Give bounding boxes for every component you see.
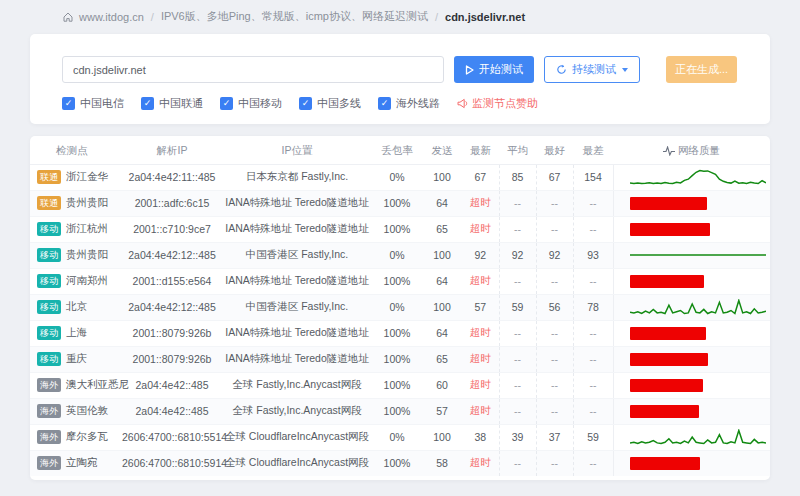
cell-resolved-ip: 2001::8079:926b [122,320,222,346]
cell-sent: 100 [422,294,462,320]
cell-avg: -- [499,450,536,476]
cell-loss: 100% [372,320,422,346]
carrier-badge: 海外 [37,378,61,392]
cell-worst: -- [573,190,613,216]
cell-quality [613,164,770,190]
line-checkbox-0[interactable]: 中国电信 [62,96,124,111]
breadcrumb: www.itdog.cn / IPV6版、多地Ping、常规版、icmp协议、网… [0,0,800,24]
cell-quality [613,190,770,216]
node-name: 浙江杭州 [66,222,108,234]
cell-ip-location: 全球 Fastly,Inc.Anycast网段 [222,398,372,424]
cell-node: 移动北京 [30,294,122,320]
table-row: 移动浙江杭州2001::c710:9ce7IANA特殊地址 Teredo隧道地址… [30,216,770,242]
checkbox-label: 中国移动 [238,96,282,111]
cell-resolved-ip: 2001::c710:9ce7 [122,216,222,242]
start-test-button[interactable]: 开始测试 [454,56,534,83]
cell-loss: 100% [372,346,422,372]
breadcrumb-current: cdn.jsdelivr.net [445,11,525,23]
node-name: 立陶宛 [66,456,98,468]
results-table: 检测点 解析IP IP位置 丢包率 发送 最新 平均 最好 最差 网络质量 联通… [30,139,770,476]
cell-node: 海外立陶宛 [30,450,122,476]
table-row: 海外英国伦敦2a04:4e42::485全球 Fastly,Inc.Anycas… [30,398,770,424]
carrier-badge: 联通 [37,196,61,210]
breadcrumb-path-link[interactable]: IPV6版、多地Ping、常规版、icmp协议、网络延迟测试 [161,9,428,24]
cell-avg: -- [499,346,536,372]
cell-resolved-ip: 2001::8079:926b [122,346,222,372]
carrier-badge: 移动 [37,300,61,314]
node-name: 北京 [66,300,87,312]
start-test-label: 开始测试 [479,62,523,77]
line-filter-row: 中国电信中国联通中国移动中国多线海外线路 监测节点赞助 [62,96,738,111]
col-header-ip-location: IP位置 [222,139,372,164]
breadcrumb-home-link[interactable]: www.itdog.cn [79,11,144,23]
cell-best: -- [536,398,573,424]
generating-button[interactable]: 正在生成... [666,56,737,83]
cell-sent: 60 [422,372,462,398]
cell-best: 37 [536,424,573,450]
cell-loss: 100% [372,372,422,398]
cell-best: -- [536,320,573,346]
cell-loss: 100% [372,450,422,476]
quality-timeout-bar [630,457,701,470]
cell-best: 67 [536,164,573,190]
col-header-loss: 丢包率 [372,139,422,164]
cell-avg: -- [499,216,536,242]
cell-best: -- [536,268,573,294]
chevron-down-icon [622,68,628,72]
quality-timeout-bar [630,197,708,210]
cell-loss: 100% [372,216,422,242]
cell-quality [613,216,770,242]
node-name: 重庆 [66,352,87,364]
carrier-badge: 移动 [37,352,61,366]
cell-ip-location: IANA特殊地址 Teredo隧道地址 [222,190,372,216]
quality-sparkline [630,429,766,445]
checkbox-checked-icon [62,97,75,110]
checkbox-checked-icon [141,97,154,110]
cell-best: 92 [536,242,573,268]
col-header-quality: 网络质量 [613,139,770,164]
cell-loss: 0% [372,242,422,268]
line-checkbox-4[interactable]: 海外线路 [378,96,440,111]
cell-best: -- [536,346,573,372]
line-checkbox-1[interactable]: 中国联通 [141,96,203,111]
table-row: 联通贵州贵阳2001::adfc:6c15IANA特殊地址 Teredo隧道地址… [30,190,770,216]
cell-node: 联通浙江金华 [30,164,122,190]
continuous-test-button[interactable]: 持续测试 [544,56,640,83]
quality-sparkline [630,169,766,185]
table-row: 移动河南郑州2001::d155:e564IANA特殊地址 Teredo隧道地址… [30,268,770,294]
cell-node: 联通贵州贵阳 [30,190,122,216]
search-card: 开始测试 持续测试 正在生成... 中国电信中国联通中国移动中国多线海外线路 监… [30,34,770,124]
host-input[interactable] [62,56,444,83]
table-row: 移动北京2a04:4e42:12::485中国香港区 Fastly,Inc.0%… [30,294,770,320]
cell-avg: 59 [499,294,536,320]
cell-best: -- [536,450,573,476]
quality-timeout-bar [630,275,705,288]
cell-loss: 100% [372,268,422,294]
table-row: 海外摩尔多瓦2606:4700::6810:5514全球 CloudflareI… [30,424,770,450]
cell-latest: 超时 [462,268,499,294]
carrier-badge: 移动 [37,274,61,288]
cell-node: 海外澳大利亚悉尼 [30,372,122,398]
line-checkbox-3[interactable]: 中国多线 [299,96,361,111]
cell-latest: 超时 [462,346,499,372]
cell-worst: -- [573,320,613,346]
cell-node: 移动浙江杭州 [30,216,122,242]
carrier-badge: 海外 [37,430,61,444]
carrier-badge: 移动 [37,248,61,262]
checkbox-checked-icon [299,97,312,110]
cell-sent: 100 [422,164,462,190]
cell-loss: 100% [372,398,422,424]
cell-latest: 超时 [462,372,499,398]
cell-best: -- [536,216,573,242]
cell-worst: -- [573,372,613,398]
cell-ip-location: 日本东京都 Fastly,Inc. [222,164,372,190]
carrier-badge: 移动 [37,326,61,340]
line-checkbox-2[interactable]: 中国移动 [220,96,282,111]
cell-avg: -- [499,398,536,424]
cell-node: 移动河南郑州 [30,268,122,294]
table-row: 移动贵州贵阳2a04:4e42:12::485中国香港区 Fastly,Inc.… [30,242,770,268]
cell-loss: 0% [372,164,422,190]
checkbox-label: 海外线路 [396,96,440,111]
sponsor-link[interactable]: 监测节点赞助 [457,96,538,111]
cell-quality [613,294,770,320]
